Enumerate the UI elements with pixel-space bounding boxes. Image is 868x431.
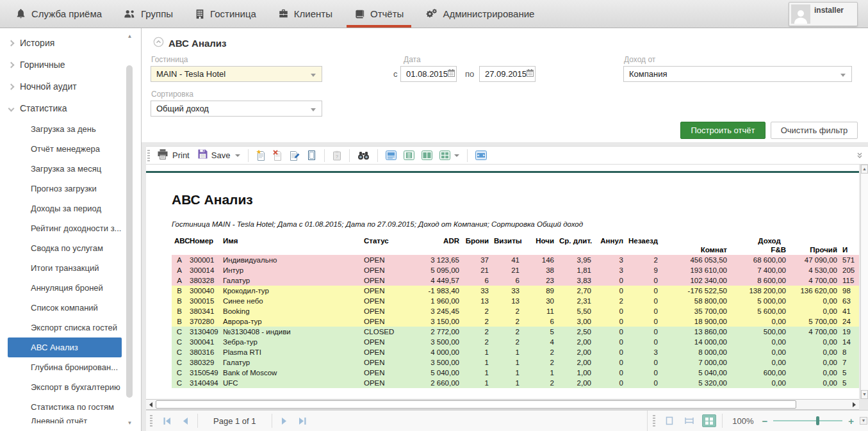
nav-item-hotel[interactable]: Гостиница — [187, 0, 264, 28]
view-facing-pages-button[interactable] — [420, 149, 434, 161]
sidebar-item[interactable]: Глубина бронирован... — [0, 357, 141, 377]
date-from-input[interactable]: 01.08.2015 — [400, 66, 457, 82]
sidebar-item[interactable]: Отчёт менеджера — [0, 139, 141, 159]
cell-visits: 1 — [491, 368, 522, 378]
scrollbar-thumb[interactable] — [126, 65, 133, 398]
sidebar-item[interactable]: АВС Анализ — [8, 337, 122, 357]
zoom-level: 100% — [732, 416, 753, 426]
nav-item-administration[interactable]: Администрирование — [418, 0, 542, 28]
income-group-header: Доход — [660, 237, 859, 246]
nav-item-reception[interactable]: Служба приёма — [8, 0, 110, 28]
pagination-drag-handle[interactable] — [150, 415, 152, 427]
sorting-select[interactable]: Общий доход — [151, 101, 322, 117]
income-from-select[interactable]: Компания — [623, 66, 852, 82]
page-setup-button[interactable] — [306, 149, 318, 162]
sidebar-item[interactable]: Статистика — [0, 97, 141, 119]
sidebar-scrollbar[interactable]: ▲ ▼ — [126, 32, 133, 427]
scroll-right-icon[interactable] — [849, 400, 859, 409]
cell-name: UFC — [220, 378, 361, 388]
sidebar-item[interactable]: Загрузка за месяц — [0, 159, 141, 179]
sidebar-item[interactable]: Сводка по услугам — [0, 238, 141, 258]
zoom-fit-width-button[interactable] — [682, 414, 696, 427]
cell-income_total: 19 — [840, 327, 859, 337]
cell-avg_stay: 2,31 — [557, 296, 594, 306]
sidebar-item[interactable]: История — [0, 32, 141, 54]
zoom-out-button[interactable]: − — [762, 416, 767, 427]
sidebar-item[interactable]: Рейтинг доходности з... — [0, 218, 141, 238]
zoom-single-page-button[interactable] — [662, 414, 676, 427]
first-page-button[interactable] — [160, 418, 174, 425]
delete-page-button[interactable] — [272, 149, 284, 162]
cell-abc: B — [172, 286, 187, 296]
sidebar-item[interactable]: Итоги транзакций — [0, 258, 141, 278]
scroll-down-button[interactable]: ▼ — [860, 417, 867, 425]
sidebar-item[interactable]: Загрузка за день — [0, 119, 141, 139]
sidebar-item-label: Ночной аудит — [20, 81, 77, 92]
zoom-slider[interactable] — [773, 416, 842, 425]
scrollbar-track[interactable] — [861, 174, 868, 390]
cell-income_fb: 68 600,00 — [730, 255, 789, 265]
sidebar-item[interactable]: Аннуляция броней — [0, 278, 141, 298]
sidebar-item[interactable]: Экспорт списка гостей — [0, 318, 141, 337]
cell-income_fb: 7 400,00 — [730, 265, 789, 275]
sidebar-item[interactable]: Статистика по гостям — [0, 397, 141, 417]
scroll-down-icon[interactable]: ▼ — [127, 420, 133, 426]
paste-button[interactable]: ? — [331, 149, 343, 162]
print-button[interactable]: Print — [156, 148, 192, 163]
vertical-scrollbar[interactable]: ▲ ▼ — [860, 165, 868, 399]
edit-page-button[interactable] — [288, 149, 301, 162]
last-page-button[interactable] — [296, 418, 309, 425]
nav-item-clients[interactable]: Клиенты — [270, 0, 340, 28]
sidebar-item[interactable]: Ночной аудит — [0, 76, 141, 97]
cell-abc: A — [172, 255, 187, 265]
previous-page-button[interactable] — [180, 418, 191, 425]
view-continuous-button[interactable] — [402, 149, 416, 161]
hotel-select[interactable]: MAIN - Tesla Hotel — [151, 66, 322, 82]
scroll-up-icon[interactable]: ▲ — [861, 165, 868, 174]
new-page-button[interactable] — [255, 149, 267, 162]
sidebar-item[interactable]: Прогноз загрузки — [0, 179, 141, 199]
nav-item-reports[interactable]: Отчёты — [347, 0, 411, 28]
date-to-input[interactable]: 27.09.2015 — [479, 66, 536, 82]
sidebar-item-label: Загрузка за день — [31, 124, 96, 134]
nav-item-groups[interactable]: Группы — [116, 0, 181, 28]
sidebar-item[interactable]: Экспорт в бухгалтерию — [0, 377, 141, 397]
cell-noshow: 0 — [626, 296, 660, 306]
sidebar-item[interactable]: Дневной отчёт — [0, 417, 141, 423]
scrollbar-thumb[interactable] — [156, 400, 796, 409]
toolbar-drag-handle[interactable] — [147, 150, 150, 161]
zoom-drag-handle[interactable] — [653, 415, 655, 427]
build-report-button[interactable]: Построить отчёт — [680, 122, 766, 139]
user-badge[interactable]: installer — [789, 2, 858, 26]
cell-cancelled: 0 — [594, 275, 626, 286]
collapse-icon[interactable] — [153, 37, 164, 49]
view-single-page-button[interactable] — [384, 149, 398, 161]
calendar-icon[interactable] — [527, 69, 534, 79]
cell-income_other: 0,00 — [789, 357, 840, 368]
save-button[interactable]: Save — [197, 148, 242, 163]
cell-bookings: 37 — [462, 255, 491, 265]
zoom-in-button[interactable]: + — [848, 416, 854, 427]
cell-noshow: 2 — [626, 255, 660, 265]
zoom-multipage-button[interactable] — [702, 414, 716, 427]
find-button[interactable] — [356, 150, 371, 161]
clear-filter-button[interactable]: Очистить фильтр — [771, 122, 858, 139]
sidebar-item[interactable]: Список компаний — [0, 298, 141, 318]
horizontal-scrollbar[interactable] — [146, 399, 859, 410]
slider-thumb[interactable] — [816, 416, 819, 425]
scroll-down-icon[interactable]: ▼ — [861, 390, 868, 399]
report-subtitle: Гостиница MAIN - Tesla Hotel; Дата с 01.… — [172, 220, 859, 228]
scroll-left-icon[interactable] — [146, 400, 156, 409]
scroll-up-icon[interactable]: ▲ — [127, 33, 133, 39]
nav-item-label: Служба приёма — [31, 8, 102, 19]
cell-abc: C — [172, 327, 187, 337]
toolbar-overflow-button[interactable] — [855, 151, 864, 160]
toolbar-separator — [467, 149, 468, 162]
calendar-icon[interactable] — [448, 69, 455, 79]
page-width-button[interactable] — [474, 149, 488, 161]
sidebar-item[interactable]: Горничные — [0, 54, 141, 76]
view-multipage-button[interactable] — [438, 149, 461, 161]
sidebar-item[interactable]: Доходы за период — [0, 199, 141, 218]
next-page-button[interactable] — [279, 418, 290, 425]
report-section-title: АВС Анализ — [153, 37, 227, 49]
